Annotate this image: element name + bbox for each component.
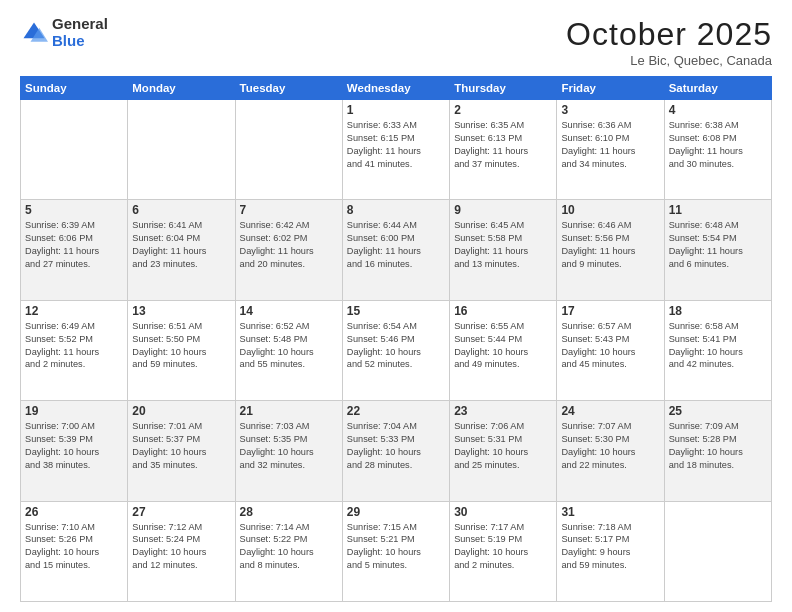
table-row (128, 100, 235, 200)
table-row: 13Sunrise: 6:51 AM Sunset: 5:50 PM Dayli… (128, 300, 235, 400)
table-row: 20Sunrise: 7:01 AM Sunset: 5:37 PM Dayli… (128, 401, 235, 501)
table-row: 16Sunrise: 6:55 AM Sunset: 5:44 PM Dayli… (450, 300, 557, 400)
day-info: Sunrise: 6:36 AM Sunset: 6:10 PM Dayligh… (561, 119, 659, 171)
day-info: Sunrise: 7:12 AM Sunset: 5:24 PM Dayligh… (132, 521, 230, 573)
day-number: 7 (240, 203, 338, 217)
col-thursday: Thursday (450, 77, 557, 100)
table-row: 1Sunrise: 6:33 AM Sunset: 6:15 PM Daylig… (342, 100, 449, 200)
col-friday: Friday (557, 77, 664, 100)
day-info: Sunrise: 6:35 AM Sunset: 6:13 PM Dayligh… (454, 119, 552, 171)
day-number: 3 (561, 103, 659, 117)
month-title: October 2025 (566, 16, 772, 53)
table-row: 9Sunrise: 6:45 AM Sunset: 5:58 PM Daylig… (450, 200, 557, 300)
table-row: 5Sunrise: 6:39 AM Sunset: 6:06 PM Daylig… (21, 200, 128, 300)
table-row: 25Sunrise: 7:09 AM Sunset: 5:28 PM Dayli… (664, 401, 771, 501)
day-number: 24 (561, 404, 659, 418)
calendar-week-row: 26Sunrise: 7:10 AM Sunset: 5:26 PM Dayli… (21, 501, 772, 601)
table-row: 19Sunrise: 7:00 AM Sunset: 5:39 PM Dayli… (21, 401, 128, 501)
day-number: 6 (132, 203, 230, 217)
day-number: 28 (240, 505, 338, 519)
day-info: Sunrise: 6:41 AM Sunset: 6:04 PM Dayligh… (132, 219, 230, 271)
day-number: 31 (561, 505, 659, 519)
day-info: Sunrise: 6:57 AM Sunset: 5:43 PM Dayligh… (561, 320, 659, 372)
calendar-week-row: 12Sunrise: 6:49 AM Sunset: 5:52 PM Dayli… (21, 300, 772, 400)
table-row: 22Sunrise: 7:04 AM Sunset: 5:33 PM Dayli… (342, 401, 449, 501)
day-number: 12 (25, 304, 123, 318)
day-number: 29 (347, 505, 445, 519)
logo-general-text: General (52, 16, 108, 33)
calendar-week-row: 1Sunrise: 6:33 AM Sunset: 6:15 PM Daylig… (21, 100, 772, 200)
day-info: Sunrise: 7:15 AM Sunset: 5:21 PM Dayligh… (347, 521, 445, 573)
table-row (21, 100, 128, 200)
day-number: 5 (25, 203, 123, 217)
table-row (235, 100, 342, 200)
day-info: Sunrise: 6:49 AM Sunset: 5:52 PM Dayligh… (25, 320, 123, 372)
day-info: Sunrise: 7:10 AM Sunset: 5:26 PM Dayligh… (25, 521, 123, 573)
day-info: Sunrise: 7:14 AM Sunset: 5:22 PM Dayligh… (240, 521, 338, 573)
location: Le Bic, Quebec, Canada (566, 53, 772, 68)
day-number: 20 (132, 404, 230, 418)
day-info: Sunrise: 6:38 AM Sunset: 6:08 PM Dayligh… (669, 119, 767, 171)
day-info: Sunrise: 6:46 AM Sunset: 5:56 PM Dayligh… (561, 219, 659, 271)
table-row: 12Sunrise: 6:49 AM Sunset: 5:52 PM Dayli… (21, 300, 128, 400)
table-row (664, 501, 771, 601)
col-saturday: Saturday (664, 77, 771, 100)
table-row: 17Sunrise: 6:57 AM Sunset: 5:43 PM Dayli… (557, 300, 664, 400)
day-number: 17 (561, 304, 659, 318)
day-number: 9 (454, 203, 552, 217)
day-info: Sunrise: 7:09 AM Sunset: 5:28 PM Dayligh… (669, 420, 767, 472)
day-info: Sunrise: 7:17 AM Sunset: 5:19 PM Dayligh… (454, 521, 552, 573)
day-info: Sunrise: 7:03 AM Sunset: 5:35 PM Dayligh… (240, 420, 338, 472)
table-row: 31Sunrise: 7:18 AM Sunset: 5:17 PM Dayli… (557, 501, 664, 601)
day-info: Sunrise: 7:18 AM Sunset: 5:17 PM Dayligh… (561, 521, 659, 573)
day-number: 27 (132, 505, 230, 519)
table-row: 27Sunrise: 7:12 AM Sunset: 5:24 PM Dayli… (128, 501, 235, 601)
day-info: Sunrise: 6:42 AM Sunset: 6:02 PM Dayligh… (240, 219, 338, 271)
title-block: October 2025 Le Bic, Quebec, Canada (566, 16, 772, 68)
table-row: 29Sunrise: 7:15 AM Sunset: 5:21 PM Dayli… (342, 501, 449, 601)
day-number: 22 (347, 404, 445, 418)
table-row: 30Sunrise: 7:17 AM Sunset: 5:19 PM Dayli… (450, 501, 557, 601)
day-number: 11 (669, 203, 767, 217)
table-row: 11Sunrise: 6:48 AM Sunset: 5:54 PM Dayli… (664, 200, 771, 300)
table-row: 4Sunrise: 6:38 AM Sunset: 6:08 PM Daylig… (664, 100, 771, 200)
table-row: 21Sunrise: 7:03 AM Sunset: 5:35 PM Dayli… (235, 401, 342, 501)
logo-text: General Blue (52, 16, 108, 49)
day-info: Sunrise: 6:39 AM Sunset: 6:06 PM Dayligh… (25, 219, 123, 271)
day-number: 16 (454, 304, 552, 318)
table-row: 7Sunrise: 6:42 AM Sunset: 6:02 PM Daylig… (235, 200, 342, 300)
table-row: 28Sunrise: 7:14 AM Sunset: 5:22 PM Dayli… (235, 501, 342, 601)
table-row: 3Sunrise: 6:36 AM Sunset: 6:10 PM Daylig… (557, 100, 664, 200)
day-number: 2 (454, 103, 552, 117)
day-info: Sunrise: 6:44 AM Sunset: 6:00 PM Dayligh… (347, 219, 445, 271)
header: General Blue October 2025 Le Bic, Quebec… (20, 16, 772, 68)
day-info: Sunrise: 6:33 AM Sunset: 6:15 PM Dayligh… (347, 119, 445, 171)
table-row: 26Sunrise: 7:10 AM Sunset: 5:26 PM Dayli… (21, 501, 128, 601)
day-info: Sunrise: 6:52 AM Sunset: 5:48 PM Dayligh… (240, 320, 338, 372)
calendar-week-row: 19Sunrise: 7:00 AM Sunset: 5:39 PM Dayli… (21, 401, 772, 501)
day-number: 26 (25, 505, 123, 519)
calendar-week-row: 5Sunrise: 6:39 AM Sunset: 6:06 PM Daylig… (21, 200, 772, 300)
logo-icon (20, 19, 48, 47)
day-number: 1 (347, 103, 445, 117)
table-row: 10Sunrise: 6:46 AM Sunset: 5:56 PM Dayli… (557, 200, 664, 300)
day-number: 21 (240, 404, 338, 418)
table-row: 23Sunrise: 7:06 AM Sunset: 5:31 PM Dayli… (450, 401, 557, 501)
day-number: 15 (347, 304, 445, 318)
logo-blue-text: Blue (52, 33, 108, 50)
day-number: 14 (240, 304, 338, 318)
day-info: Sunrise: 7:00 AM Sunset: 5:39 PM Dayligh… (25, 420, 123, 472)
page: General Blue October 2025 Le Bic, Quebec… (0, 0, 792, 612)
day-info: Sunrise: 7:07 AM Sunset: 5:30 PM Dayligh… (561, 420, 659, 472)
table-row: 6Sunrise: 6:41 AM Sunset: 6:04 PM Daylig… (128, 200, 235, 300)
logo: General Blue (20, 16, 108, 49)
col-sunday: Sunday (21, 77, 128, 100)
day-info: Sunrise: 6:51 AM Sunset: 5:50 PM Dayligh… (132, 320, 230, 372)
col-wednesday: Wednesday (342, 77, 449, 100)
day-info: Sunrise: 6:55 AM Sunset: 5:44 PM Dayligh… (454, 320, 552, 372)
day-info: Sunrise: 7:04 AM Sunset: 5:33 PM Dayligh… (347, 420, 445, 472)
day-info: Sunrise: 6:58 AM Sunset: 5:41 PM Dayligh… (669, 320, 767, 372)
day-info: Sunrise: 7:06 AM Sunset: 5:31 PM Dayligh… (454, 420, 552, 472)
day-number: 30 (454, 505, 552, 519)
day-number: 4 (669, 103, 767, 117)
